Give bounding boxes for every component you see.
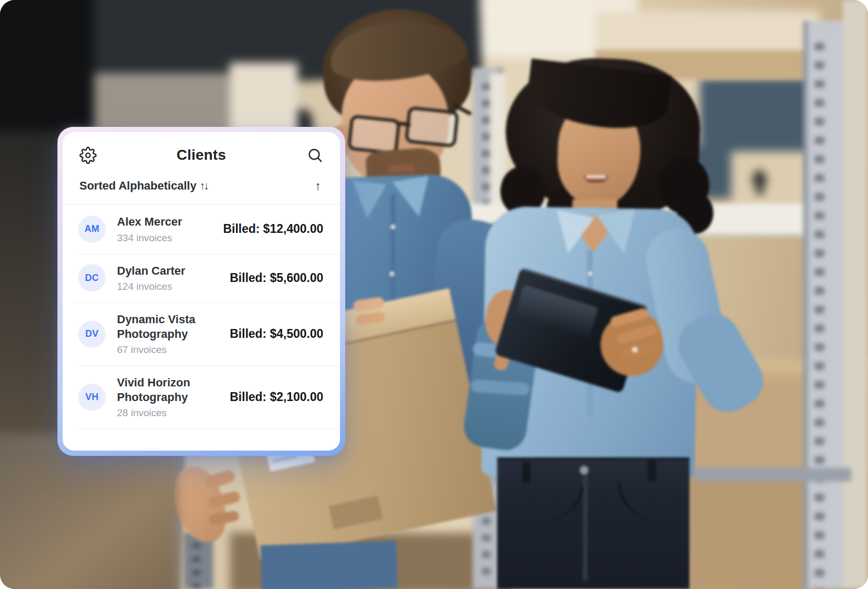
client-text: Vivid Horizon Photography 28 invoices: [117, 375, 230, 419]
up-down-arrows-icon: ↑↓: [200, 180, 207, 192]
woman-teeth: [586, 175, 606, 179]
avatar: VH: [78, 384, 105, 411]
man-glasses-left-lens: [347, 114, 401, 155]
client-name: Vivid Horizon Photography: [117, 375, 230, 404]
man-glasses-right-lens: [405, 106, 460, 148]
client-invoice-count: 334 invoices: [117, 232, 223, 244]
client-billed-amount: Billed: $5,600.00: [230, 271, 323, 285]
man-jeans-hint: [261, 540, 398, 589]
card-header: Clients: [63, 132, 340, 171]
woman-shirt-button: [588, 272, 592, 276]
clients-card: Clients: [57, 127, 345, 456]
client-name: Dylan Carter: [117, 264, 230, 278]
man-shirt-button: [391, 225, 395, 229]
clients-card-surface: Clients: [63, 132, 340, 451]
client-billed-amount: Billed: $12,400.00: [223, 222, 323, 236]
settings-button[interactable]: [78, 146, 97, 164]
list-end-divider: [75, 429, 340, 429]
screenshot-root: FRAGILE: [0, 0, 868, 589]
client-row[interactable]: DC Dylan Carter 124 invoices Billed: $5,…: [63, 254, 340, 303]
client-text: Dylan Carter 124 invoices: [117, 264, 230, 293]
woman-ring: [632, 347, 638, 352]
client-name: Alex Mercer: [117, 215, 223, 229]
avatar: DV: [78, 321, 105, 348]
client-name: Dynamic Vista Photography: [117, 312, 230, 341]
up-arrow-icon: ↑: [315, 179, 321, 193]
client-text: Dynamic Vista Photography 67 invoices: [117, 312, 230, 356]
client-text: Alex Mercer 334 invoices: [117, 215, 223, 244]
client-billed-amount: Billed: $2,100.00: [230, 390, 323, 404]
man-finger: [204, 469, 237, 490]
client-row[interactable]: DV Dynamic Vista Photography 67 invoices…: [63, 302, 340, 366]
sort-button[interactable]: Sorted Alphabetically ↑↓: [79, 179, 207, 193]
sort-row: Sorted Alphabetically ↑↓ ↑: [63, 171, 340, 204]
client-row[interactable]: VH Vivid Horizon Photography 28 invoices…: [63, 366, 340, 429]
man-shirt-button: [390, 272, 394, 276]
client-row[interactable]: AM Alex Mercer 334 invoices Billed: $12,…: [63, 205, 340, 254]
search-button[interactable]: [306, 146, 324, 164]
page-title: Clients: [63, 147, 340, 163]
search-icon: [307, 147, 323, 163]
client-invoice-count: 28 invoices: [117, 407, 230, 419]
gear-icon: [79, 147, 97, 164]
client-invoice-count: 67 invoices: [117, 344, 230, 356]
man-mouth: [388, 164, 415, 173]
sort-ascending-button[interactable]: ↑: [315, 180, 321, 192]
client-invoice-count: 124 invoices: [117, 281, 230, 292]
jeans-button: [580, 466, 589, 475]
sort-label: Sorted Alphabetically: [79, 179, 196, 193]
jeans-belt-loop: [648, 461, 656, 481]
avatar: DC: [78, 264, 105, 291]
client-billed-amount: Billed: $4,500.00: [230, 327, 323, 341]
jeans-belt-loop: [522, 462, 531, 482]
client-list: AM Alex Mercer 334 invoices Billed: $12,…: [63, 205, 340, 429]
avatar: AM: [78, 216, 105, 243]
